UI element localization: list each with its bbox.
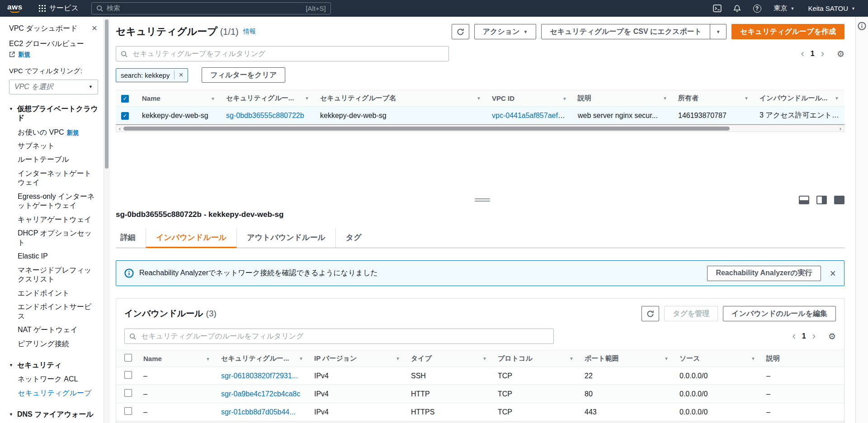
clear-filters-button[interactable]: フィルターをクリア	[202, 67, 285, 83]
column-header-description[interactable]: 説明▼	[572, 90, 673, 107]
column-header-description[interactable]: 説明	[761, 350, 844, 367]
close-icon[interactable]: ×	[92, 24, 97, 32]
tab-inbound-rules[interactable]: インバウンドルール	[146, 228, 236, 248]
column-header-type[interactable]: タイプ▼	[406, 350, 492, 367]
rule-id-link[interactable]: sgr-061803820f72931...	[221, 372, 298, 380]
cloudshell-button[interactable]	[709, 0, 726, 17]
tab-tags[interactable]: タグ	[335, 228, 372, 248]
sidebar-section-virtual-private-cloud[interactable]: ▼ 仮想プライベートクラウド	[9, 104, 98, 123]
tab-outbound-rules[interactable]: アウトバウンドルール	[236, 228, 335, 248]
create-security-group-button[interactable]: セキュリティグループを作成	[731, 24, 844, 39]
sidebar-item-peering-connections[interactable]: ピアリング接続	[9, 337, 98, 351]
edit-inbound-rules-button[interactable]: インバウンドのルールを編集	[723, 306, 836, 321]
layout-fullscreen-icon[interactable]	[834, 196, 844, 204]
sidebar-item-vpc-dashboard[interactable]: VPC ダッシュボード	[9, 24, 78, 33]
gear-icon[interactable]: ⚙	[828, 331, 836, 342]
row-checkbox[interactable]	[124, 371, 132, 379]
table-horizontal-scrollbar[interactable]: ‹ ›	[116, 125, 844, 132]
table-row[interactable]: – sgr-061803820f72931... IPv4 SSH TCP 22…	[116, 367, 844, 385]
rules-filter-input[interactable]	[124, 329, 554, 344]
filter-caret-icon[interactable]: ▼	[835, 96, 839, 101]
next-page-icon[interactable]: ›	[810, 332, 818, 341]
filter-caret-icon[interactable]: ▼	[751, 356, 755, 361]
sidebar-item-elastic-ip[interactable]: Elastic IP	[9, 249, 98, 263]
filter-caret-icon[interactable]: ▼	[663, 96, 667, 101]
sidebar-section-dns-firewall[interactable]: ▼ DNS ファイアウォール	[9, 410, 98, 419]
column-header-owner[interactable]: 所有者▼	[673, 90, 754, 107]
column-header-sg-id[interactable]: セキュリティグルー...▼	[221, 90, 315, 107]
actions-dropdown-button[interactable]: アクション ▼	[474, 24, 537, 39]
rule-id-link[interactable]: sgr-01cbb8d7d05b44...	[221, 408, 296, 416]
column-header-inbound-rules[interactable]: インバウンドルール...▼	[754, 90, 844, 107]
filter-caret-icon[interactable]: ▼	[562, 96, 567, 101]
filter-caret-icon[interactable]: ▼	[476, 96, 481, 101]
sidebar-item-dhcp-option-sets[interactable]: DHCP オプションセット	[9, 226, 98, 249]
select-all-checkbox[interactable]	[124, 354, 132, 362]
gear-icon[interactable]: ⚙	[837, 49, 844, 59]
run-reachability-analyzer-button[interactable]: Reachability Analyzerの実行	[707, 266, 821, 281]
panel-resize-handle[interactable]	[475, 197, 490, 203]
layout-side-panel-icon[interactable]	[816, 196, 827, 204]
filter-caret-icon[interactable]: ▼	[482, 356, 487, 361]
refresh-button[interactable]	[642, 306, 659, 321]
column-header-source[interactable]: ソース▼	[674, 350, 761, 367]
refresh-button[interactable]	[452, 24, 469, 39]
aws-logo[interactable]: aws	[7, 4, 23, 13]
sidebar-item-egress-only-internet-gateways[interactable]: Egress-only インターネットゲートウェイ	[9, 190, 98, 213]
sidebar-item-ec2-global-view[interactable]: EC2 グローバルビュー	[9, 40, 84, 47]
sg-id-link[interactable]: sg-0bdb36555c880722b	[226, 112, 304, 119]
scroll-left-icon[interactable]: ‹	[116, 126, 123, 132]
sidebar-item-nat-gateways[interactable]: NAT ゲートウェイ	[9, 323, 98, 337]
filter-caret-icon[interactable]: ▼	[206, 357, 210, 362]
close-icon[interactable]: ×	[830, 269, 836, 278]
tab-details[interactable]: 詳細	[116, 228, 146, 248]
help-button[interactable]: ?	[749, 0, 766, 17]
sidebar-item-internet-gateways[interactable]: インターネットゲートウェイ	[9, 167, 98, 190]
sg-filter-input[interactable]	[116, 46, 449, 61]
sidebar-item-subnets[interactable]: サブネット	[9, 139, 98, 153]
row-checkbox[interactable]	[124, 389, 132, 397]
table-row[interactable]: – sgr-0a9be4c172cb4ca8c IPv4 HTTP TCP 80…	[116, 385, 844, 403]
sidebar-item-endpoints[interactable]: エンドポイント	[9, 287, 98, 300]
filter-caret-icon[interactable]: ▼	[211, 96, 215, 101]
page-number[interactable]: 1	[798, 332, 810, 340]
sidebar-item-managed-prefix-lists[interactable]: マネージドプレフィックスリスト	[9, 263, 98, 287]
scroll-right-icon[interactable]: ›	[837, 126, 844, 132]
filter-caret-icon[interactable]: ▼	[569, 356, 574, 361]
scrollbar-thumb[interactable]	[105, 19, 108, 169]
column-header-protocol[interactable]: プロトコル▼	[492, 350, 579, 367]
table-row[interactable]: ✓ kekkepy-dev-web-sg sg-0bdb36555c880722…	[116, 107, 844, 125]
sidebar-item-route-tables[interactable]: ルートテーブル	[9, 153, 98, 166]
manage-tags-button[interactable]: タグを管理	[664, 306, 718, 321]
vpc-id-link[interactable]: vpc-0441a5af857aef08d	[492, 112, 570, 119]
services-menu[interactable]: サービス	[34, 0, 83, 17]
info-panel-icon[interactable]	[858, 22, 866, 30]
notifications-button[interactable]	[729, 0, 746, 17]
previous-page-icon[interactable]: ‹	[789, 332, 798, 341]
remove-token-icon[interactable]: ×	[174, 70, 183, 80]
export-csv-button[interactable]: セキュリティグループを CSV にエクスポート	[541, 24, 710, 39]
scrollbar-thumb[interactable]	[123, 127, 730, 131]
column-header-port-range[interactable]: ポート範囲▼	[579, 350, 674, 367]
sidebar-item-your-vpcs[interactable]: お使いの VPC新規	[9, 126, 98, 139]
column-header-rule-id[interactable]: セキュリティグルー...▼	[216, 350, 309, 367]
page-number[interactable]: 1	[807, 50, 818, 58]
row-checkbox[interactable]	[124, 407, 132, 415]
info-link[interactable]: 情報	[243, 28, 256, 35]
table-row[interactable]: – sgr-01cbb8d7d05b44... IPv4 HTTPS TCP 4…	[116, 403, 844, 421]
export-csv-caret-button[interactable]: ▼	[710, 24, 726, 39]
filter-caret-icon[interactable]: ▼	[396, 356, 400, 361]
sidebar-item-endpoint-services[interactable]: エンドポイントサービス	[9, 300, 98, 323]
column-header-name[interactable]: Name▼	[138, 350, 216, 367]
region-selector[interactable]: 東京 ▼	[769, 0, 800, 17]
next-page-icon[interactable]: ›	[818, 49, 827, 58]
column-header-vpc-id[interactable]: VPC ID▼	[486, 90, 572, 107]
sidebar-section-security[interactable]: ▼ セキュリティ	[9, 361, 98, 370]
sidebar-item-security-groups[interactable]: セキュリティグループ	[9, 386, 98, 400]
filter-caret-icon[interactable]: ▼	[664, 356, 669, 361]
sidebar-item-network-acls[interactable]: ネットワーク ACL	[9, 372, 98, 386]
account-menu[interactable]: Keita SATOU ▼	[802, 0, 861, 17]
column-header-ip-version[interactable]: IP バージョン▼	[309, 350, 406, 367]
global-search-input[interactable]: 検索 [Alt+S]	[91, 2, 331, 14]
layout-bottom-panel-icon[interactable]	[799, 196, 809, 204]
